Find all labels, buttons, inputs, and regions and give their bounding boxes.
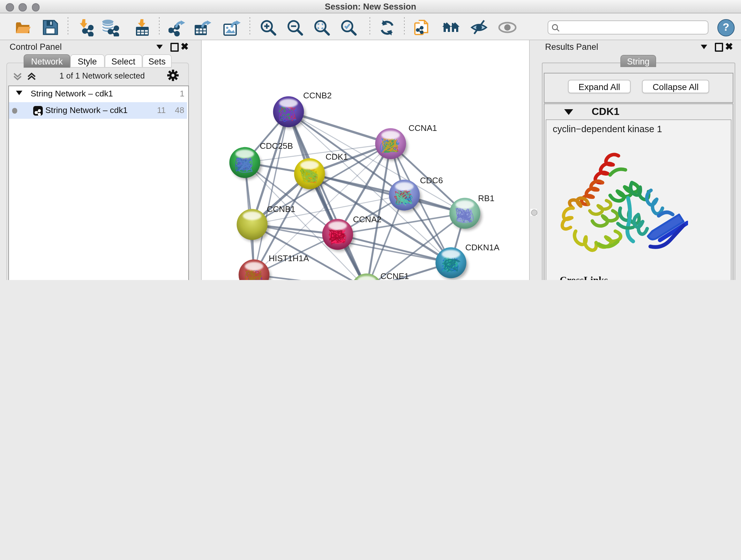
svg-text:CDKN1A: CDKN1A	[465, 243, 499, 252]
svg-text:CDC6: CDC6	[420, 176, 443, 185]
svg-text:CCNB2: CCNB2	[303, 91, 332, 100]
svg-text:HIST1H1A: HIST1H1A	[269, 253, 309, 263]
svg-text:CCNE1: CCNE1	[381, 271, 409, 280]
svg-text:CCNB1: CCNB1	[267, 204, 295, 214]
svg-text:CDC25B: CDC25B	[260, 141, 293, 151]
svg-text:RB1: RB1	[478, 193, 494, 203]
svg-text:CCNA1: CCNA1	[408, 123, 437, 133]
svg-text:CCNA2: CCNA2	[353, 214, 381, 224]
svg-text:CDK1: CDK1	[326, 152, 348, 162]
